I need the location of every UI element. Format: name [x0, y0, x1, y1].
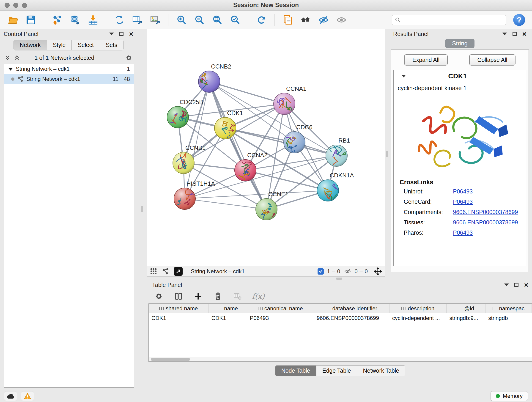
refresh-icon[interactable]	[255, 14, 268, 26]
save-session-icon[interactable]	[25, 14, 37, 26]
network-share-icon[interactable]	[162, 268, 169, 275]
tab-edge-table[interactable]: Edge Table	[317, 365, 357, 376]
column-header-description[interactable]: description	[389, 304, 447, 313]
network-row[interactable]: String Network – cdk1 11 48	[4, 74, 134, 84]
cloud-button[interactable]	[4, 391, 17, 401]
network-node-CCNE1[interactable]	[256, 198, 277, 220]
right-splitter-handle[interactable]	[386, 151, 388, 157]
crosslink-uniprot-link[interactable]: P06493	[453, 188, 473, 195]
table-cell[interactable]: stringdb	[486, 315, 532, 321]
close-window-button[interactable]	[5, 3, 10, 8]
open-in-browser-button[interactable]	[174, 267, 183, 276]
panel-close-icon[interactable]: ×	[129, 32, 133, 36]
collection-expand-icon[interactable]	[8, 68, 13, 70]
hidden-eye-icon[interactable]	[344, 268, 351, 275]
network-graph[interactable]: CCNB2CCNA1CDC25BCDK1CDC6RB1CCNB1CCNA2CDK…	[147, 29, 385, 266]
string-tab[interactable]: String	[445, 39, 475, 48]
column-header-database-identifier[interactable]: database identifier	[314, 304, 389, 313]
zoom-in-icon[interactable]	[175, 14, 188, 26]
show-all-icon[interactable]	[335, 14, 348, 26]
network-node-CCNB1[interactable]	[173, 152, 194, 174]
tab-network-table[interactable]: Network Table	[357, 365, 405, 376]
memory-button[interactable]: Memory	[491, 391, 528, 401]
export-image-icon[interactable]	[149, 14, 161, 26]
hide-unselected-icon[interactable]	[317, 14, 330, 26]
panel-close-icon[interactable]: ×	[522, 32, 526, 36]
help-button[interactable]: ?	[513, 14, 525, 26]
zoom-selected-icon[interactable]	[229, 14, 241, 26]
left-splitter-handle[interactable]	[141, 206, 143, 212]
network-collection-row[interactable]: String Network – cdk1 1	[4, 64, 134, 74]
table-options-gear-icon[interactable]	[153, 291, 164, 302]
pan-crosshair-icon[interactable]	[374, 268, 382, 275]
horizontal-scrollbar[interactable]	[149, 357, 532, 361]
zoom-out-icon[interactable]	[193, 14, 206, 26]
tab-node-table[interactable]: Node Table	[275, 365, 317, 376]
collapse-all-icon[interactable]	[4, 54, 11, 61]
warnings-button[interactable]	[21, 391, 34, 401]
network-node-CCNA1[interactable]	[273, 93, 295, 115]
function-builder-icon[interactable]: f(x)	[252, 292, 265, 301]
expand-all-icon[interactable]	[13, 54, 20, 61]
network-edge-ccnb2-ccna1[interactable]	[209, 82, 284, 104]
column-header-canonical-name[interactable]: canonical name	[247, 304, 314, 313]
network-edge-ccne1-hist1h1a[interactable]	[185, 199, 266, 209]
open-session-icon[interactable]	[7, 14, 19, 26]
table-row[interactable]: CDK1CDK1P064939606.ENSP00000378699cyclin…	[149, 313, 532, 323]
entry-collapse-icon[interactable]	[401, 75, 406, 77]
panel-menu-icon[interactable]	[109, 32, 114, 35]
network-options-gear-icon[interactable]	[125, 54, 133, 62]
table-cell[interactable]: cyclin-dependent ...	[389, 315, 447, 321]
tab-network[interactable]: Network	[13, 40, 47, 51]
column-header-namespac[interactable]: namespac	[486, 304, 532, 313]
column-header-name[interactable]: name	[209, 304, 247, 313]
panel-menu-icon[interactable]	[504, 283, 509, 286]
tab-select[interactable]: Select	[72, 40, 100, 51]
network-node-CDKN1A[interactable]	[317, 180, 341, 201]
network-edge-cdk1-rb1[interactable]	[225, 128, 336, 156]
crosslink-genecard-link[interactable]: P06493	[453, 198, 473, 205]
export-table-icon[interactable]	[131, 14, 143, 26]
minimize-window-button[interactable]	[13, 3, 18, 8]
crosslink-tissues-link[interactable]: 9606.ENSP00000378699	[453, 219, 518, 225]
zoom-window-button[interactable]	[22, 3, 27, 8]
collapse-all-button[interactable]: Collapse All	[469, 54, 516, 65]
selected-nodes-checkbox[interactable]	[317, 268, 324, 274]
panel-float-icon[interactable]	[513, 32, 517, 36]
panel-close-icon[interactable]: ×	[524, 283, 528, 287]
table-cell[interactable]: P06493	[247, 315, 314, 321]
network-node-CCNB2[interactable]	[195, 71, 220, 96]
network-node-RB1[interactable]	[326, 145, 347, 168]
network-node-CDC6[interactable]	[284, 132, 305, 153]
zoom-fit-icon[interactable]	[211, 14, 223, 26]
table-cell[interactable]: stringdb:9...	[447, 315, 486, 321]
new-network-icon[interactable]	[113, 14, 126, 26]
tab-sets[interactable]: Sets	[100, 40, 123, 51]
panel-float-icon[interactable]	[119, 32, 123, 36]
table-cell[interactable]: CDK1	[149, 315, 209, 321]
crosslink-pharos-link[interactable]: P06493	[453, 230, 473, 236]
network-canvas[interactable]: CCNB2CCNA1CDC25BCDK1CDC6RB1CCNB1CCNA2CDK…	[147, 29, 385, 266]
birdseye-grid-icon[interactable]	[150, 268, 157, 275]
column-header--id[interactable]: @id	[447, 304, 486, 313]
navigator-icon[interactable]	[299, 14, 312, 26]
panel-menu-icon[interactable]	[502, 32, 507, 35]
search-input[interactable]	[403, 17, 503, 23]
table-cell[interactable]: CDK1	[209, 315, 247, 321]
table-cell[interactable]: 9606.ENSP00000378699	[314, 315, 389, 321]
delete-column-icon[interactable]	[213, 291, 223, 302]
network-edge-ccnb2-ccne1[interactable]	[209, 82, 266, 209]
column-header-shared-name[interactable]: shared name	[149, 304, 209, 313]
expand-all-button[interactable]: Expand All	[404, 54, 448, 65]
import-network-database-icon[interactable]	[69, 14, 81, 26]
crosslink-compartments-link[interactable]: 9606.ENSP00000378699	[453, 209, 518, 215]
import-network-file-icon[interactable]	[51, 14, 63, 26]
panel-float-icon[interactable]	[514, 283, 519, 287]
tab-style[interactable]: Style	[47, 40, 72, 51]
network-node-CDC25B[interactable]	[167, 106, 189, 128]
scrollbar-thumb[interactable]	[151, 358, 190, 361]
delete-table-icon[interactable]	[232, 291, 243, 302]
add-column-icon[interactable]	[193, 291, 203, 302]
clone-document-icon[interactable]	[282, 14, 294, 26]
show-columns-icon[interactable]	[173, 291, 184, 302]
